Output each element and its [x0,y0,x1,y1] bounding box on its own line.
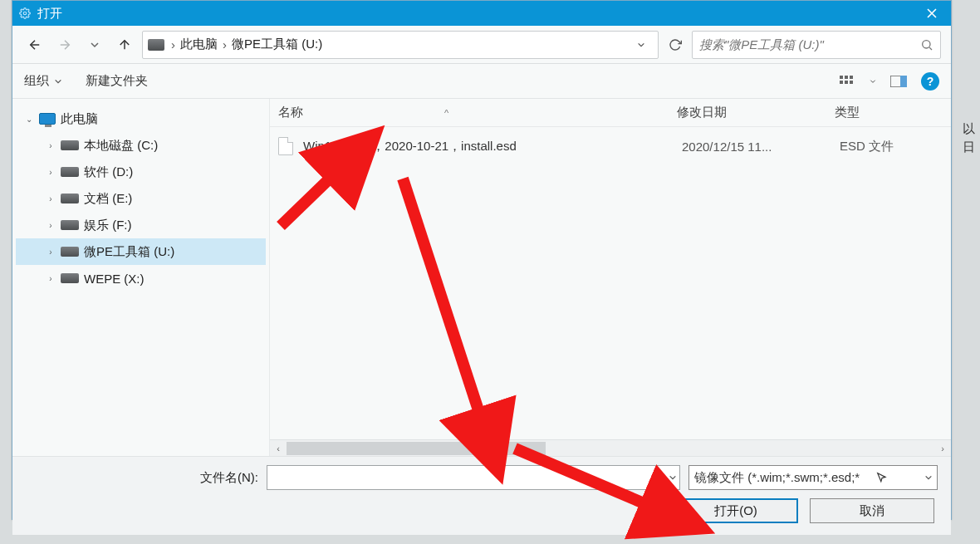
computer-icon [39,113,56,125]
filename-input[interactable] [267,465,680,490]
svg-rect-6 [845,81,848,84]
file-list: 名称 ^ 修改日期 类型 Win10-20H2，2020-10-21，insta… [270,99,951,456]
chevron-down-icon [54,77,62,86]
column-date[interactable]: 修改日期 [677,105,835,120]
tree-drive-f[interactable]: › 娱乐 (F:) [16,212,266,238]
drive-icon [148,39,164,51]
drive-icon [61,273,79,283]
dialog-body: ⌄ 此电脑 › 本地磁盘 (C:) › 软件 (D:) › 文档 (E:) › [12,99,951,456]
nav-back-button[interactable] [22,32,47,57]
settings-gear-icon [19,7,31,19]
filename-combo[interactable] [267,465,680,490]
open-button-label: 打开(O) [714,503,757,519]
drive-icon [61,194,79,203]
clipped-background-text: 以日 [963,120,975,156]
help-button[interactable]: ? [921,72,939,91]
svg-rect-5 [840,81,843,84]
tree-drive-c[interactable]: › 本地磁盘 (C:) [16,132,266,159]
column-type[interactable]: 类型 [835,105,951,120]
drive-icon [61,247,79,257]
drive-icon [61,167,79,177]
open-dialog-window: 打开 › 此电脑 › 微PE工具箱 (U:) [12,0,952,520]
tree-drive-label: 微PE工具箱 (U:) [84,244,174,260]
chevron-right-icon[interactable]: › [46,220,56,230]
drive-icon [61,140,79,150]
address-dropdown-button[interactable] [630,41,653,49]
filename-label: 文件名(N): [200,470,258,486]
cursor-icon [876,472,888,483]
dialog-footer: 文件名(N): 打开(O) 取消 [12,456,951,535]
tree-drive-label: 软件 (D:) [84,164,133,180]
tree-root-label: 此电脑 [61,111,98,127]
tree-drive-e[interactable]: › 文档 (E:) [16,185,266,212]
search-input[interactable] [699,37,920,51]
svg-rect-7 [850,81,853,84]
search-icon [920,38,933,51]
nav-forward-button[interactable] [52,32,77,57]
chevron-down-icon[interactable]: ⌄ [24,114,34,124]
chevron-right-icon[interactable]: › [46,140,56,150]
column-headers[interactable]: 名称 ^ 修改日期 类型 [270,99,951,127]
svg-rect-9 [900,76,907,87]
tree-drive-label: WEPE (X:) [84,272,145,286]
tree-root-pc[interactable]: ⌄ 此电脑 [16,105,266,132]
tree-drive-label: 文档 (E:) [84,191,132,207]
svg-rect-4 [850,76,853,79]
titlebar: 打开 [12,1,951,26]
chevron-right-icon[interactable]: › [46,247,56,257]
svg-point-1 [923,40,930,47]
sort-ascending-icon: ^ [444,108,448,118]
chevron-right-icon: › [171,37,175,51]
tree-drive-u[interactable]: › 微PE工具箱 (U:) [16,238,266,265]
address-bar[interactable]: › 此电脑 › 微PE工具箱 (U:) [142,31,659,59]
folder-tree[interactable]: ⌄ 此电脑 › 本地磁盘 (C:) › 软件 (D:) › 文档 (E:) › [12,99,270,456]
tree-drive-d[interactable]: › 软件 (D:) [16,159,266,185]
horizontal-scrollbar[interactable]: ‹ › [270,439,951,456]
breadcrumb-current[interactable]: 微PE工具箱 (U:) [232,37,322,52]
svg-rect-2 [840,76,843,79]
file-type-filter[interactable] [688,465,938,490]
file-rows[interactable]: Win10-20H2，2020-10-21，install.esd 2020/1… [270,127,951,439]
chevron-down-icon[interactable] [870,78,876,85]
chevron-right-icon[interactable]: › [46,167,56,177]
nav-recent-button[interactable] [82,32,107,57]
nav-up-button[interactable] [112,32,137,57]
window-title: 打开 [37,6,913,22]
cancel-button[interactable]: 取消 [810,498,934,523]
chevron-right-icon[interactable]: › [46,273,56,283]
search-box[interactable] [692,31,941,59]
svg-rect-3 [845,76,848,79]
open-button[interactable]: 打开(O) [674,498,798,523]
view-options-button[interactable] [836,71,858,92]
file-icon [278,137,293,155]
preview-pane-button[interactable] [888,71,909,92]
scroll-right-icon[interactable]: › [934,444,951,453]
navbar: › 此电脑 › 微PE工具箱 (U:) [12,26,951,64]
svg-point-0 [23,12,27,15]
column-name[interactable]: 名称 [278,105,303,120]
filter-input[interactable] [688,465,938,490]
file-date: 2020/12/15 11... [682,140,840,154]
chevron-right-icon[interactable]: › [46,194,56,203]
new-folder-label: 新建文件夹 [86,73,148,89]
tree-drive-x[interactable]: › WEPE (X:) [16,265,266,292]
tree-drive-label: 娱乐 (F:) [84,218,132,233]
drive-icon [61,220,79,230]
close-button[interactable] [913,1,951,26]
breadcrumb-root[interactable]: 此电脑 [180,37,218,52]
scroll-left-icon[interactable]: ‹ [270,444,287,453]
command-bar: 组织 新建文件夹 ? [12,64,951,99]
refresh-button[interactable] [664,31,687,59]
file-name: Win10-20H2，2020-10-21，install.esd [303,139,682,154]
cancel-button-label: 取消 [860,503,884,519]
new-folder-button[interactable]: 新建文件夹 [86,73,148,89]
organize-label: 组织 [24,73,49,89]
file-row[interactable]: Win10-20H2，2020-10-21，install.esd 2020/1… [270,132,951,160]
tree-drive-label: 本地磁盘 (C:) [84,138,158,154]
file-type: ESD 文件 [840,139,951,154]
organize-menu[interactable]: 组织 [24,73,62,89]
scroll-thumb[interactable] [287,442,546,455]
chevron-right-icon: › [223,37,227,51]
scroll-track[interactable] [287,442,934,455]
